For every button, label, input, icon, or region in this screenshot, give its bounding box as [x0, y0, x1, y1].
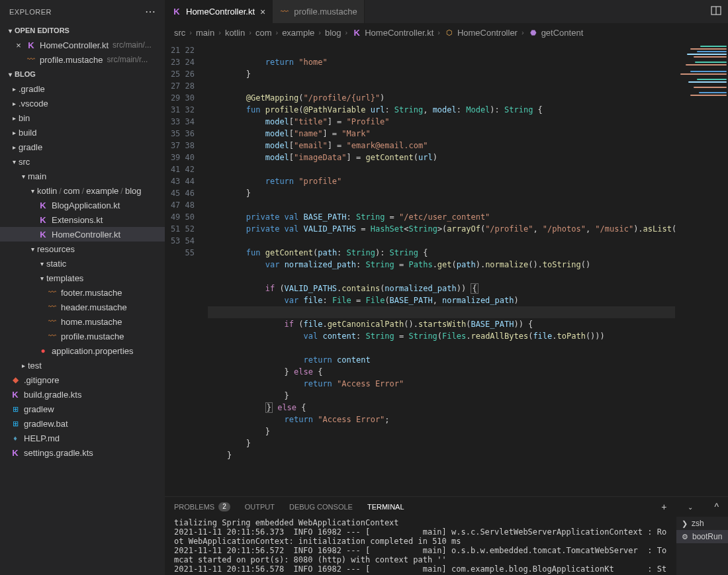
open-editor-item[interactable]: × K HomeController.kt src/main/... [0, 38, 165, 52]
file-settingsgradle[interactable]: Ksettings.gradle.kts [0, 445, 165, 460]
folder-main[interactable]: main [0, 169, 165, 183]
open-editor-path: src/main/... [113, 40, 152, 50]
error-icon: ● [40, 346, 45, 355]
bottom-panel: PROBLEMS 2 OUTPUT DEBUG CONSOLE TERMINAL… [165, 496, 728, 575]
tab-homecontroller[interactable]: K HomeController.kt × [165, 0, 273, 23]
tab-label: HomeController.kt [186, 7, 255, 17]
project-name: BLOG [15, 70, 36, 78]
close-icon[interactable]: × [13, 40, 24, 50]
folder-kotlin-path[interactable]: kotlin/com/example/blog [0, 183, 165, 198]
folder-templates[interactable]: templates [0, 271, 165, 285]
kotlin-icon: K [12, 448, 18, 458]
kotlin-icon: K [28, 40, 34, 50]
file-tree: .gradle .vscode bin build gradle src mai… [0, 81, 165, 575]
explorer-header: EXPLORER ⋯ [0, 0, 165, 23]
file-extensions[interactable]: KExtensions.kt [0, 212, 165, 227]
maximize-panel-icon[interactable]: ^ [714, 502, 719, 512]
code-area[interactable]: return "home" } @GetMapping("/profile/{u… [201, 42, 675, 496]
file-header[interactable]: 〰header.mustache [0, 300, 165, 314]
file-buildgradle[interactable]: Kbuild.gradle.kts [0, 387, 165, 402]
terminal-item-bootrun[interactable]: ⚙bootRun [676, 530, 728, 543]
file-footer[interactable]: 〰footer.mustache [0, 285, 165, 300]
terminal-output[interactable]: tializing Spring embedded WebApplication… [165, 517, 676, 575]
file-homecontroller[interactable]: KHomeController.kt [0, 227, 165, 242]
project-header[interactable]: BLOG [0, 67, 165, 81]
terminal-icon: ❯ [682, 519, 688, 528]
problems-badge: 2 [218, 502, 230, 511]
editor[interactable]: 21 22 23 24 25 26 27 28 29 30 31 32 33 3… [165, 42, 728, 496]
windows-icon: ⊞ [13, 420, 19, 428]
breadcrumbs[interactable]: src› main› kotlin› com› example› blog› K… [165, 23, 728, 42]
panel-tab-debug[interactable]: DEBUG CONSOLE [289, 503, 353, 511]
open-editors-title: OPEN EDITORS [15, 26, 69, 34]
kotlin-icon: K [12, 390, 18, 400]
folder-gradle2[interactable]: gradle [0, 140, 165, 154]
panel-tab-output[interactable]: OUTPUT [245, 503, 275, 511]
open-editor-item[interactable]: × 〰 profile.mustache src/main/r... [0, 52, 165, 67]
kotlin-icon: K [40, 200, 46, 210]
open-editor-path: src/main/r... [107, 55, 148, 64]
windows-icon: ⊞ [13, 405, 19, 414]
close-icon[interactable]: × [260, 7, 265, 17]
folder-build[interactable]: build [0, 125, 165, 140]
terminal-item-zsh[interactable]: ❯zsh [676, 517, 728, 530]
folder-bin[interactable]: bin [0, 111, 165, 125]
split-editor-icon[interactable] [711, 5, 721, 18]
panel-tab-problems[interactable]: PROBLEMS 2 [174, 502, 230, 511]
explorer-title: EXPLORER [9, 8, 52, 16]
file-help[interactable]: ♦HELP.md [0, 431, 165, 445]
mustache-icon: 〰 [48, 288, 56, 297]
folder-src[interactable]: src [0, 154, 165, 169]
kotlin-icon: K [40, 215, 46, 225]
method-icon: ⬣ [530, 28, 537, 37]
explorer-sidebar: EXPLORER ⋯ OPEN EDITORS × K HomeControll… [0, 0, 165, 575]
mustache-icon: 〰 [48, 317, 56, 326]
terminal-dropdown-icon[interactable]: ⌄ [688, 504, 693, 511]
file-appprops[interactable]: ●application.properties [0, 343, 165, 358]
open-editors-header[interactable]: OPEN EDITORS [0, 23, 165, 38]
folder-gradle[interactable]: .gradle [0, 81, 165, 96]
tab-bar: K HomeController.kt × 〰 profile.mustache [165, 0, 728, 23]
folder-test[interactable]: test [0, 358, 165, 373]
file-gitignore[interactable]: ◆.gitignore [0, 373, 165, 387]
terminal-list: ❯zsh ⚙bootRun [676, 517, 728, 575]
chevron-down-icon [5, 27, 15, 34]
file-profile[interactable]: 〰profile.mustache [0, 329, 165, 343]
panel-tabs: PROBLEMS 2 OUTPUT DEBUG CONSOLE TERMINAL… [165, 497, 728, 517]
minimap[interactable] [675, 42, 728, 496]
file-gradlew[interactable]: ⊞gradlew [0, 402, 165, 416]
open-editor-name: profile.mustache [40, 55, 103, 65]
mustache-icon: 〰 [27, 55, 35, 64]
kotlin-icon: K [173, 7, 179, 17]
file-home[interactable]: 〰home.mustache [0, 314, 165, 329]
mustache-icon: 〰 [48, 332, 56, 341]
file-blogapp[interactable]: KBlogApplication.kt [0, 198, 165, 212]
line-numbers: 21 22 23 24 25 26 27 28 29 30 31 32 33 3… [165, 42, 201, 496]
tab-profile[interactable]: 〰 profile.mustache [273, 0, 364, 23]
class-icon: ⬡ [446, 28, 453, 37]
folder-static[interactable]: static [0, 256, 165, 271]
markdown-icon: ♦ [13, 434, 17, 442]
mustache-icon: 〰 [48, 302, 56, 312]
file-gradlewbat[interactable]: ⊞gradlew.bat [0, 416, 165, 431]
main-area: K HomeController.kt × 〰 profile.mustache… [165, 0, 728, 575]
mustache-icon: 〰 [281, 7, 289, 17]
kotlin-icon: K [40, 230, 46, 240]
open-editor-name: HomeController.kt [40, 40, 109, 50]
git-icon: ◆ [13, 375, 19, 384]
folder-vscode[interactable]: .vscode [0, 96, 165, 111]
explorer-more-icon[interactable]: ⋯ [145, 5, 156, 18]
folder-resources[interactable]: resources [0, 242, 165, 256]
kotlin-icon: K [354, 28, 360, 38]
gear-icon: ⚙ [682, 533, 688, 541]
panel-tab-terminal[interactable]: TERMINAL [367, 503, 404, 511]
chevron-down-icon [5, 71, 15, 78]
add-terminal-icon[interactable]: + [661, 502, 666, 512]
tab-label: profile.mustache [294, 7, 357, 17]
